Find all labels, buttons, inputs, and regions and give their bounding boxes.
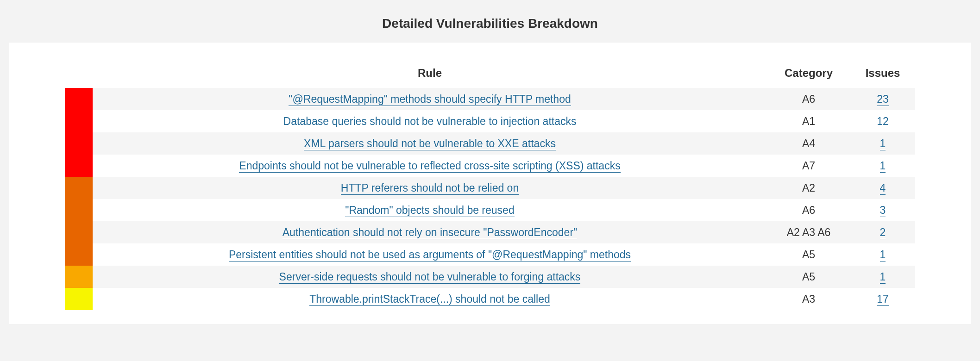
rule-link[interactable]: XML parsers should not be vulnerable to … [304, 137, 556, 150]
category-cell: A1 [767, 110, 850, 132]
category-cell: A6 [767, 199, 850, 221]
rule-cell: Authentication should not rely on insecu… [93, 221, 767, 243]
issues-link[interactable]: 2 [880, 226, 886, 239]
issues-cell: 2 [850, 221, 915, 243]
issues-cell: 4 [850, 177, 915, 199]
issues-link[interactable]: 17 [877, 293, 889, 306]
severity-cell [65, 88, 93, 110]
table-row: XML parsers should not be vulnerable to … [65, 132, 915, 155]
severity-cell [65, 221, 93, 243]
rule-link[interactable]: Authentication should not rely on insecu… [283, 226, 577, 239]
issues-cell: 1 [850, 155, 915, 177]
severity-cell [65, 288, 93, 310]
rule-cell: Persistent entities should not be used a… [93, 243, 767, 266]
table-row: "Random" objects should be reusedA63 [65, 199, 915, 221]
issues-cell: 1 [850, 266, 915, 288]
issues-link[interactable]: 4 [880, 182, 886, 195]
rule-link[interactable]: Server-side requests should not be vulne… [279, 271, 581, 284]
category-cell: A7 [767, 155, 850, 177]
issues-cell: 23 [850, 88, 915, 110]
issues-link[interactable]: 1 [880, 137, 886, 150]
severity-blocker-icon [65, 110, 93, 132]
issues-link[interactable]: 1 [880, 249, 886, 261]
rule-cell: XML parsers should not be vulnerable to … [93, 132, 767, 155]
severity-cell [65, 132, 93, 155]
issues-cell: 1 [850, 132, 915, 155]
rule-link[interactable]: "Random" objects should be reused [345, 204, 514, 217]
table-row: Throwable.printStackTrace(...) should no… [65, 288, 915, 310]
severity-blocker-icon [65, 155, 93, 177]
severity-cell [65, 155, 93, 177]
rule-link[interactable]: HTTP referers should not be relied on [341, 182, 519, 195]
issues-cell: 1 [850, 243, 915, 266]
severity-minor-icon [65, 288, 93, 310]
vulnerabilities-table: Rule Category Issues "@RequestMapping" m… [65, 61, 915, 310]
rule-link[interactable]: Throwable.printStackTrace(...) should no… [309, 293, 550, 306]
rule-cell: "@RequestMapping" methods should specify… [93, 88, 767, 110]
issues-link[interactable]: 23 [877, 93, 889, 106]
table-row: Authentication should not rely on insecu… [65, 221, 915, 243]
severity-cell [65, 243, 93, 266]
severity-critical-icon [65, 221, 93, 243]
vulnerabilities-panel: Rule Category Issues "@RequestMapping" m… [9, 43, 971, 324]
table-row: Endpoints should not be vulnerable to re… [65, 155, 915, 177]
severity-critical-icon [65, 243, 93, 266]
category-cell: A3 [767, 288, 850, 310]
severity-critical-icon [65, 177, 93, 199]
table-row: "@RequestMapping" methods should specify… [65, 88, 915, 110]
header-issues: Issues [850, 61, 915, 88]
severity-cell [65, 199, 93, 221]
rule-cell: Database queries should not be vulnerabl… [93, 110, 767, 132]
header-category: Category [767, 61, 850, 88]
category-cell: A2 [767, 177, 850, 199]
issues-cell: 17 [850, 288, 915, 310]
category-cell: A5 [767, 266, 850, 288]
severity-blocker-icon [65, 88, 93, 110]
rule-link[interactable]: "@RequestMapping" methods should specify… [289, 93, 571, 106]
rule-link[interactable]: Endpoints should not be vulnerable to re… [239, 160, 620, 173]
table-row: Server-side requests should not be vulne… [65, 266, 915, 288]
severity-cell [65, 110, 93, 132]
issues-cell: 3 [850, 199, 915, 221]
issues-link[interactable]: 12 [877, 115, 889, 128]
severity-cell [65, 177, 93, 199]
severity-cell [65, 266, 93, 288]
page-title: Detailed Vulnerabilities Breakdown [9, 16, 971, 31]
severity-blocker-icon [65, 132, 93, 155]
table-header-row: Rule Category Issues [65, 61, 915, 88]
header-rule: Rule [93, 61, 767, 88]
issues-link[interactable]: 3 [880, 204, 886, 217]
issues-link[interactable]: 1 [880, 271, 886, 284]
rule-cell: Endpoints should not be vulnerable to re… [93, 155, 767, 177]
rule-link[interactable]: Database queries should not be vulnerabl… [283, 115, 577, 128]
header-severity [65, 61, 93, 88]
rule-cell: "Random" objects should be reused [93, 199, 767, 221]
severity-major-icon [65, 266, 93, 288]
rule-link[interactable]: Persistent entities should not be used a… [229, 249, 631, 261]
table-row: Database queries should not be vulnerabl… [65, 110, 915, 132]
table-row: HTTP referers should not be relied onA24 [65, 177, 915, 199]
rule-cell: Server-side requests should not be vulne… [93, 266, 767, 288]
rule-cell: Throwable.printStackTrace(...) should no… [93, 288, 767, 310]
category-cell: A6 [767, 88, 850, 110]
issues-cell: 12 [850, 110, 915, 132]
rule-cell: HTTP referers should not be relied on [93, 177, 767, 199]
severity-critical-icon [65, 199, 93, 221]
category-cell: A2 A3 A6 [767, 221, 850, 243]
issues-link[interactable]: 1 [880, 160, 886, 173]
table-row: Persistent entities should not be used a… [65, 243, 915, 266]
category-cell: A5 [767, 243, 850, 266]
category-cell: A4 [767, 132, 850, 155]
